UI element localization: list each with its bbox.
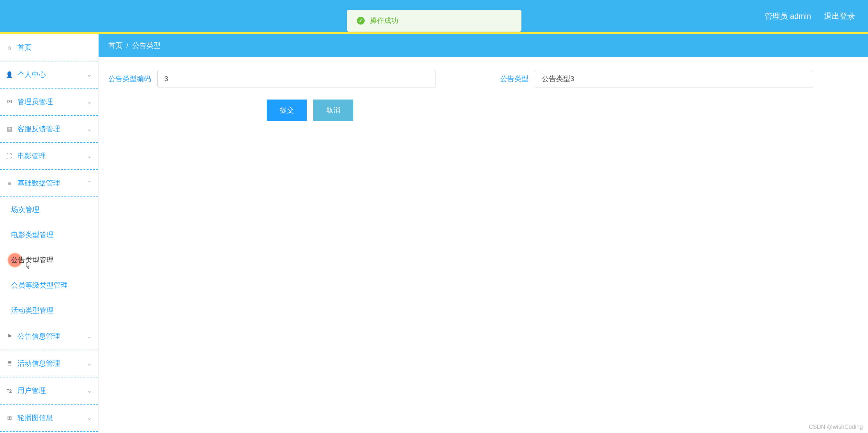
breadcrumb: 首页 / 公告类型 [99,34,868,57]
sliders-icon: ≡ [6,180,13,187]
breadcrumb-home[interactable]: 首页 [108,41,123,51]
button-row: 提交 取消 [267,100,353,121]
breadcrumb-current: 公告类型 [132,41,161,51]
sidebar-item-label: 个人中心 [18,70,46,79]
grid-icon: ▦ [6,125,13,132]
chevron-up-icon: ⌃ [87,180,92,187]
sidebar-item-label: 管理员管理 [18,97,53,107]
watermark: CSDN @wishCoding [809,424,863,430]
sidebar-subitem-label: 活动类型管理 [11,306,54,314]
chevron-down-icon: ⌄ [87,360,92,367]
sidebar-subitem-label: 会员等级类型管理 [11,281,68,289]
name-label: 公告类型 [500,74,529,84]
breadcrumb-separator: / [126,41,128,50]
sidebar-item-basedata[interactable]: ≡ 基础数据管理 ⌃ [0,170,98,197]
chevron-down-icon: ⌄ [87,98,92,105]
sidebar-item-label: 电影管理 [18,151,46,161]
sidebar-item-carousel[interactable]: ⊞ 轮播图信息 ⌄ [0,405,98,432]
form-row: 公告类型编码 公告类型 [108,70,858,88]
flag-icon: ⚑ [6,333,13,340]
sidebar-item-label: 公告信息管理 [18,332,60,341]
sidebar-subitem-noticetype[interactable]: 公告类型管理 [0,247,98,273]
sidebar-item-user[interactable]: 🛍 用户管理 ⌄ [0,377,98,405]
chevron-down-icon: ⌄ [87,333,92,340]
code-label: 公告类型编码 [108,74,151,84]
submit-button[interactable]: 提交 [267,100,307,121]
sidebar-submenu-basedata: 场次管理 电影类型管理 公告类型管理 会员等级类型管理 活动类型管理 [0,197,98,323]
toast-message: 操作成功 [370,16,398,26]
header-right: 管理员 admin 退出登录 [765,11,855,21]
admin-label[interactable]: 管理员 admin [765,11,811,21]
sidebar-item-admin[interactable]: ✉ 管理员管理 ⌄ [0,89,98,116]
expand-icon: ⛶ [6,153,13,160]
sidebar-subitem-session[interactable]: 场次管理 [0,197,98,222]
user-icon: 👤 [6,71,13,78]
pointer-cursor-icon [24,262,30,272]
home-icon: ⌂ [6,44,13,51]
form-area: 公告类型编码 公告类型 提交 取消 [99,57,868,134]
image-icon: ⊞ [6,414,13,421]
chevron-down-icon: ⌄ [87,153,92,160]
sidebar-item-notice[interactable]: ⚑ 公告信息管理 ⌄ [0,323,98,350]
field-group-code: 公告类型编码 [108,70,435,88]
sidebar-item-activity[interactable]: ≣ 活动信息管理 ⌄ [0,350,98,377]
sidebar-item-movie[interactable]: ⛶ 电影管理 ⌄ [0,143,98,170]
sidebar-item-home[interactable]: ⌂ 首页 [0,34,98,61]
chevron-down-icon: ⌄ [87,71,92,78]
main-content: 首页 / 公告类型 公告类型编码 公告类型 提交 取消 [99,34,868,433]
sidebar-subitem-memberlevel[interactable]: 会员等级类型管理 [0,273,98,298]
sidebar-subitem-label: 公告类型管理 [11,256,54,264]
field-group-name: 公告类型 [500,70,813,88]
sidebar-item-label: 首页 [18,43,32,52]
mail-icon: ✉ [6,98,13,105]
code-input[interactable] [157,70,435,88]
sidebar-item-label: 基础数据管理 [18,178,60,188]
sidebar-subitem-label: 电影类型管理 [11,231,54,239]
cancel-button[interactable]: 取消 [313,100,353,121]
sidebar-item-label: 用户管理 [18,386,46,396]
chevron-down-icon: ⌄ [87,414,92,421]
main-container: ⌂ 首页 👤 个人中心 ⌄ ✉ 管理员管理 ⌄ ▦ 客服反馈管理 ⌄ ⛶ 电影管… [0,34,868,433]
sidebar-item-label: 客服反馈管理 [18,124,60,134]
sidebar-subitem-label: 场次管理 [11,205,39,213]
success-toast: ✓ 操作成功 [347,10,522,32]
logout-link[interactable]: 退出登录 [824,11,855,21]
sidebar-subitem-activitytype[interactable]: 活动类型管理 [0,298,98,323]
sidebar-item-label: 轮播图信息 [18,413,53,423]
chevron-down-icon: ⌄ [87,387,92,394]
sidebar-subitem-movietype[interactable]: 电影类型管理 [0,222,98,247]
chevron-down-icon: ⌄ [87,125,92,132]
sidebar: ⌂ 首页 👤 个人中心 ⌄ ✉ 管理员管理 ⌄ ▦ 客服反馈管理 ⌄ ⛶ 电影管… [0,34,99,433]
list-icon: ≣ [6,360,13,367]
name-input[interactable] [535,70,813,88]
bag-icon: 🛍 [6,387,13,394]
check-circle-icon: ✓ [357,17,365,25]
sidebar-item-profile[interactable]: 👤 个人中心 ⌄ [0,61,98,89]
sidebar-item-feedback[interactable]: ▦ 客服反馈管理 ⌄ [0,116,98,143]
sidebar-item-label: 活动信息管理 [18,359,60,368]
